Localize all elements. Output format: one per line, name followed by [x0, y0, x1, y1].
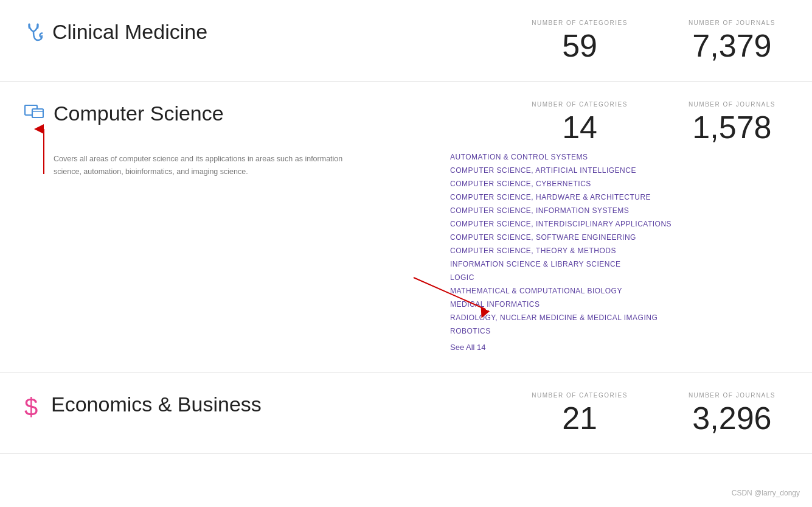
category-link-medical-informatics[interactable]: MEDICAL INFORMATICS — [450, 300, 776, 309]
econ-journals-value: 3,296 — [689, 402, 776, 434]
category-link-info-systems[interactable]: COMPUTER SCIENCE, INFORMATION SYSTEMS — [450, 206, 776, 215]
econ-categories-label: NUMBER OF CATEGORIES — [532, 392, 628, 399]
category-link-radiology[interactable]: RADIOLOGY, NUCLEAR MEDICINE & MEDICAL IM… — [450, 313, 776, 322]
cs-categories-label: NUMBER OF CATEGORIES — [532, 101, 628, 108]
clinical-medicine-section: Clinical Medicine NUMBER OF CATEGORIES 5… — [0, 0, 812, 82]
econ-journals-label: NUMBER OF JOURNALS — [689, 392, 776, 399]
clinical-medicine-icon — [24, 23, 43, 49]
econ-categories-stat: NUMBER OF CATEGORIES 21 — [532, 392, 628, 434]
clinical-categories-label: NUMBER OF CATEGORIES — [532, 19, 628, 26]
svg-line-8 — [414, 278, 485, 309]
economics-icon: $ — [24, 396, 41, 420]
computer-science-section: Computer Science NUMBER OF CATEGORIES 14… — [0, 82, 812, 372]
econ-journals-stat: NUMBER OF JOURNALS 3,296 — [689, 392, 776, 434]
cs-description: Covers all areas of computer science and… — [54, 153, 358, 178]
computer-science-icon — [24, 105, 44, 124]
econ-categories-value: 21 — [532, 402, 628, 434]
category-link-automation[interactable]: AUTOMATION & CONTROL SYSTEMS — [450, 153, 776, 161]
cs-journals-value: 1,578 — [689, 111, 776, 143]
clinical-categories-value: 59 — [532, 30, 628, 61]
svg-text:$: $ — [24, 396, 38, 418]
category-link-software-eng[interactable]: COMPUTER SCIENCE, SOFTWARE ENGINEERING — [450, 233, 776, 242]
category-link-interdisciplinary[interactable]: COMPUTER SCIENCE, INTERDISCIPLINARY APPL… — [450, 220, 776, 228]
clinical-journals-value: 7,379 — [689, 30, 776, 61]
red-arrow-diagonal-annotation — [414, 278, 493, 314]
cs-categories-list: AUTOMATION & CONTROL SYSTEMS COMPUTER SC… — [450, 153, 788, 352]
cs-categories-stat: NUMBER OF CATEGORIES 14 — [532, 101, 628, 143]
category-link-robotics[interactable]: ROBOTICS — [450, 327, 776, 335]
computer-science-title: Computer Science — [54, 101, 224, 126]
economics-business-section: $ Economics & Business NUMBER OF CATEGOR… — [0, 372, 812, 454]
category-link-cybernetics[interactable]: COMPUTER SCIENCE, CYBERNETICS — [450, 180, 776, 188]
see-all-link[interactable]: See All 14 — [450, 343, 486, 352]
cs-categories-value: 14 — [532, 111, 628, 143]
category-link-math-bio[interactable]: MATHEMATICAL & COMPUTATIONAL BIOLOGY — [450, 287, 776, 295]
category-link-library-science[interactable]: INFORMATION SCIENCE & LIBRARY SCIENCE — [450, 260, 776, 268]
cs-journals-stat: NUMBER OF JOURNALS 1,578 — [689, 101, 776, 143]
category-link-hardware[interactable]: COMPUTER SCIENCE, HARDWARE & ARCHITECTUR… — [450, 193, 776, 201]
economics-title: Economics & Business — [51, 392, 262, 417]
category-link-theory[interactable]: COMPUTER SCIENCE, THEORY & METHODS — [450, 247, 776, 255]
clinical-journals-label: NUMBER OF JOURNALS — [689, 19, 776, 26]
clinical-medicine-title: Clinical Medicine — [52, 19, 207, 44]
svg-rect-10 — [32, 109, 43, 117]
category-link-ai[interactable]: COMPUTER SCIENCE, ARTIFICIAL INTELLIGENC… — [450, 166, 776, 175]
category-link-logic[interactable]: LOGIC — [450, 273, 776, 282]
clinical-categories-stat: NUMBER OF CATEGORIES 59 — [532, 19, 628, 61]
clinical-journals-stat: NUMBER OF JOURNALS 7,379 — [689, 19, 776, 61]
cs-journals-label: NUMBER OF JOURNALS — [689, 101, 776, 108]
red-arrow-up-annotation — [38, 125, 50, 174]
